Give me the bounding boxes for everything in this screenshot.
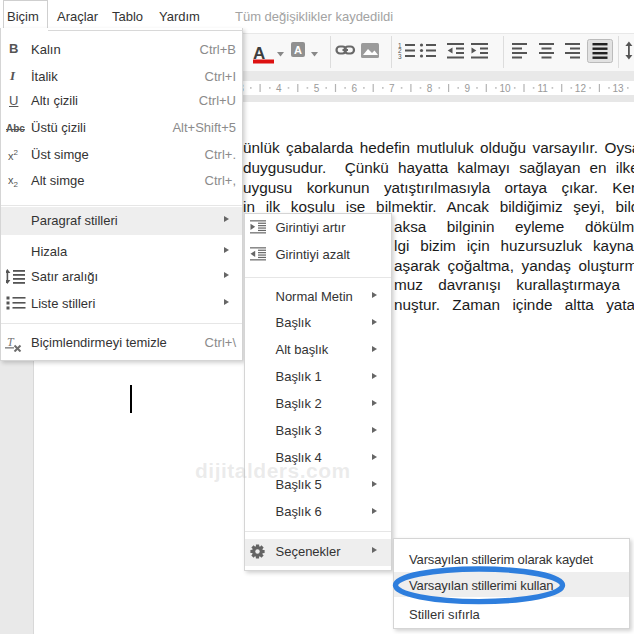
svg-text:9: 9 xyxy=(465,83,471,94)
svg-text:4: 4 xyxy=(276,83,282,94)
svg-text:A: A xyxy=(294,44,302,56)
svg-text:7: 7 xyxy=(389,83,395,94)
svg-text:12: 12 xyxy=(575,83,587,94)
svg-text:3: 3 xyxy=(398,53,402,60)
svg-text:8: 8 xyxy=(427,83,433,94)
svg-text:11: 11 xyxy=(538,83,549,94)
svg-text:T: T xyxy=(7,336,15,349)
svg-text:5: 5 xyxy=(314,83,320,94)
svg-text:10: 10 xyxy=(499,83,511,94)
svg-text:6: 6 xyxy=(351,83,357,94)
svg-text:13: 13 xyxy=(613,83,625,94)
